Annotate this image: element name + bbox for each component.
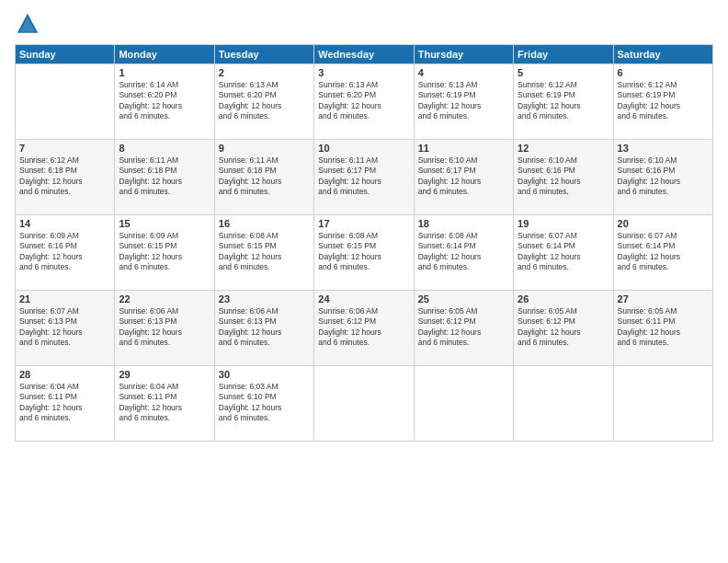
cell-info: Sunrise: 6:05 AMSunset: 6:12 PMDaylight:… xyxy=(418,306,509,349)
cell-info: Sunrise: 6:06 AMSunset: 6:12 PMDaylight:… xyxy=(318,306,409,349)
calendar-cell: 9Sunrise: 6:11 AMSunset: 6:18 PMDaylight… xyxy=(214,140,313,215)
cell-info: Sunrise: 6:08 AMSunset: 6:15 PMDaylight:… xyxy=(219,231,310,273)
calendar-cell: 27Sunrise: 6:05 AMSunset: 6:11 PMDayligh… xyxy=(613,291,712,366)
day-number: 1 xyxy=(119,67,210,78)
calendar-cell: 4Sunrise: 6:13 AMSunset: 6:19 PMDaylight… xyxy=(414,64,513,140)
calendar-cell: 23Sunrise: 6:06 AMSunset: 6:13 PMDayligh… xyxy=(214,291,313,366)
day-number: 23 xyxy=(219,293,310,304)
calendar-cell: 5Sunrise: 6:12 AMSunset: 6:19 PMDaylight… xyxy=(514,64,613,140)
cell-info: Sunrise: 6:07 AMSunset: 6:14 PMDaylight:… xyxy=(618,231,709,273)
calendar-cell: 22Sunrise: 6:06 AMSunset: 6:13 PMDayligh… xyxy=(115,291,214,366)
calendar-cell: 25Sunrise: 6:05 AMSunset: 6:12 PMDayligh… xyxy=(414,291,513,366)
calendar-cell: 26Sunrise: 6:05 AMSunset: 6:12 PMDayligh… xyxy=(514,291,613,366)
calendar-cell: 1Sunrise: 6:14 AMSunset: 6:20 PMDaylight… xyxy=(115,64,214,140)
day-header-thursday: Thursday xyxy=(414,45,513,64)
calendar-cell: 21Sunrise: 6:07 AMSunset: 6:13 PMDayligh… xyxy=(16,291,115,366)
day-number: 14 xyxy=(19,218,110,229)
day-number: 4 xyxy=(418,67,509,78)
calendar-cell: 3Sunrise: 6:13 AMSunset: 6:20 PMDaylight… xyxy=(314,64,414,140)
cell-info: Sunrise: 6:11 AMSunset: 6:17 PMDaylight:… xyxy=(318,155,409,198)
day-number: 12 xyxy=(518,143,609,154)
cell-info: Sunrise: 6:07 AMSunset: 6:13 PMDaylight:… xyxy=(19,306,110,349)
cell-info: Sunrise: 6:09 AMSunset: 6:16 PMDaylight:… xyxy=(19,231,110,273)
calendar-table: SundayMondayTuesdayWednesdayThursdayFrid… xyxy=(15,44,713,442)
calendar-cell: 7Sunrise: 6:12 AMSunset: 6:18 PMDaylight… xyxy=(16,140,115,215)
day-number: 26 xyxy=(518,293,609,304)
day-header-sunday: Sunday xyxy=(16,45,115,64)
day-number: 3 xyxy=(318,67,409,78)
calendar-cell: 12Sunrise: 6:10 AMSunset: 6:16 PMDayligh… xyxy=(514,140,613,215)
day-number: 18 xyxy=(418,218,509,229)
day-number: 21 xyxy=(19,293,110,304)
calendar-cell: 20Sunrise: 6:07 AMSunset: 6:14 PMDayligh… xyxy=(613,215,712,291)
day-number: 19 xyxy=(518,218,609,229)
day-number: 16 xyxy=(219,218,310,229)
header xyxy=(15,11,713,37)
calendar-cell: 2Sunrise: 6:13 AMSunset: 6:20 PMDaylight… xyxy=(214,64,313,140)
day-number: 9 xyxy=(219,143,310,154)
cell-info: Sunrise: 6:11 AMSunset: 6:18 PMDaylight:… xyxy=(119,155,210,198)
day-number: 8 xyxy=(119,143,210,154)
calendar-cell: 14Sunrise: 6:09 AMSunset: 6:16 PMDayligh… xyxy=(16,215,115,291)
calendar-cell: 30Sunrise: 6:03 AMSunset: 6:10 PMDayligh… xyxy=(214,366,313,442)
cell-info: Sunrise: 6:14 AMSunset: 6:20 PMDaylight:… xyxy=(119,80,210,122)
day-header-monday: Monday xyxy=(115,45,214,64)
cell-info: Sunrise: 6:13 AMSunset: 6:19 PMDaylight:… xyxy=(418,80,509,122)
cell-info: Sunrise: 6:10 AMSunset: 6:17 PMDaylight:… xyxy=(418,155,509,198)
day-number: 15 xyxy=(119,218,210,229)
cell-info: Sunrise: 6:04 AMSunset: 6:11 PMDaylight:… xyxy=(119,382,210,424)
calendar-cell: 19Sunrise: 6:07 AMSunset: 6:14 PMDayligh… xyxy=(514,215,613,291)
day-header-saturday: Saturday xyxy=(613,45,712,64)
calendar-cell xyxy=(613,366,712,442)
cell-info: Sunrise: 6:07 AMSunset: 6:14 PMDaylight:… xyxy=(518,231,609,273)
calendar-week-5: 28Sunrise: 6:04 AMSunset: 6:11 PMDayligh… xyxy=(16,366,713,442)
cell-info: Sunrise: 6:11 AMSunset: 6:18 PMDaylight:… xyxy=(219,155,310,198)
day-header-wednesday: Wednesday xyxy=(314,45,414,64)
day-number: 29 xyxy=(119,369,210,380)
day-number: 30 xyxy=(219,369,310,380)
day-number: 20 xyxy=(618,218,709,229)
calendar-cell xyxy=(514,366,613,442)
cell-info: Sunrise: 6:06 AMSunset: 6:13 PMDaylight:… xyxy=(219,306,310,349)
day-number: 25 xyxy=(418,293,509,304)
cell-info: Sunrise: 6:04 AMSunset: 6:11 PMDaylight:… xyxy=(19,382,110,424)
calendar-cell xyxy=(414,366,513,442)
day-number: 2 xyxy=(219,67,310,78)
day-header-friday: Friday xyxy=(514,45,613,64)
calendar-cell: 6Sunrise: 6:12 AMSunset: 6:19 PMDaylight… xyxy=(613,64,712,140)
calendar-week-4: 21Sunrise: 6:07 AMSunset: 6:13 PMDayligh… xyxy=(16,291,713,366)
cell-info: Sunrise: 6:10 AMSunset: 6:16 PMDaylight:… xyxy=(618,155,709,198)
day-number: 6 xyxy=(618,67,709,78)
calendar-cell: 11Sunrise: 6:10 AMSunset: 6:17 PMDayligh… xyxy=(414,140,513,215)
day-number: 5 xyxy=(518,67,609,78)
calendar-cell: 28Sunrise: 6:04 AMSunset: 6:11 PMDayligh… xyxy=(16,366,115,442)
cell-info: Sunrise: 6:08 AMSunset: 6:15 PMDaylight:… xyxy=(318,231,409,273)
calendar-week-3: 14Sunrise: 6:09 AMSunset: 6:16 PMDayligh… xyxy=(16,215,713,291)
cell-info: Sunrise: 6:08 AMSunset: 6:14 PMDaylight:… xyxy=(418,231,509,273)
day-number: 24 xyxy=(318,293,409,304)
logo xyxy=(15,11,44,37)
cell-info: Sunrise: 6:12 AMSunset: 6:19 PMDaylight:… xyxy=(618,80,709,122)
day-number: 17 xyxy=(318,218,409,229)
day-number: 22 xyxy=(119,293,210,304)
cell-info: Sunrise: 6:03 AMSunset: 6:10 PMDaylight:… xyxy=(219,382,310,424)
calendar-cell: 18Sunrise: 6:08 AMSunset: 6:14 PMDayligh… xyxy=(414,215,513,291)
cell-info: Sunrise: 6:12 AMSunset: 6:19 PMDaylight:… xyxy=(518,80,609,122)
calendar-cell: 8Sunrise: 6:11 AMSunset: 6:18 PMDaylight… xyxy=(115,140,214,215)
calendar-cell: 17Sunrise: 6:08 AMSunset: 6:15 PMDayligh… xyxy=(314,215,414,291)
calendar-cell: 10Sunrise: 6:11 AMSunset: 6:17 PMDayligh… xyxy=(314,140,414,215)
calendar-cell xyxy=(16,64,115,140)
calendar-cell: 15Sunrise: 6:09 AMSunset: 6:15 PMDayligh… xyxy=(115,215,214,291)
cell-info: Sunrise: 6:09 AMSunset: 6:15 PMDaylight:… xyxy=(119,231,210,273)
cell-info: Sunrise: 6:10 AMSunset: 6:16 PMDaylight:… xyxy=(518,155,609,198)
day-header-tuesday: Tuesday xyxy=(214,45,313,64)
cell-info: Sunrise: 6:05 AMSunset: 6:12 PMDaylight:… xyxy=(518,306,609,349)
calendar-week-2: 7Sunrise: 6:12 AMSunset: 6:18 PMDaylight… xyxy=(16,140,713,215)
day-number: 27 xyxy=(618,293,709,304)
cell-info: Sunrise: 6:06 AMSunset: 6:13 PMDaylight:… xyxy=(119,306,210,349)
calendar-header-row: SundayMondayTuesdayWednesdayThursdayFrid… xyxy=(16,45,713,64)
calendar-cell: 13Sunrise: 6:10 AMSunset: 6:16 PMDayligh… xyxy=(613,140,712,215)
logo-icon xyxy=(15,11,40,37)
day-number: 7 xyxy=(19,143,110,154)
calendar-cell: 16Sunrise: 6:08 AMSunset: 6:15 PMDayligh… xyxy=(214,215,313,291)
